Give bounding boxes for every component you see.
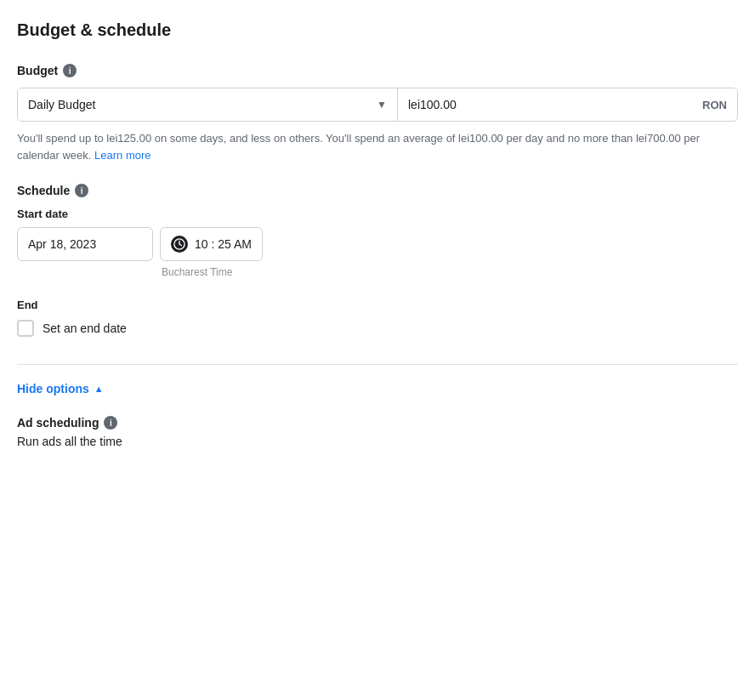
schedule-section-label: Schedule i (17, 184, 738, 197)
section-divider (17, 364, 738, 365)
ad-scheduling-section: Ad scheduling i Run ads all the time (17, 416, 738, 448)
start-time-input[interactable]: 10 : 25 AM (160, 227, 263, 261)
hide-options-button[interactable]: Hide options ▲ (17, 382, 104, 396)
ad-scheduling-label-text: Ad scheduling (17, 416, 99, 430)
currency-label: RON (702, 99, 727, 111)
end-section: End Set an end date (17, 299, 738, 337)
schedule-label-text: Schedule (17, 184, 70, 197)
ad-scheduling-info-icon[interactable]: i (104, 416, 117, 430)
budget-row: Daily Budget ▼ lei100.00 RON (17, 88, 738, 122)
start-date-value: Apr 18, 2023 (28, 237, 96, 251)
hide-options-label: Hide options (17, 382, 89, 396)
date-time-row: Apr 18, 2023 10 : 25 AM (17, 227, 738, 261)
start-date-input[interactable]: Apr 18, 2023 (17, 227, 153, 261)
budget-info-icon[interactable]: i (63, 64, 77, 77)
timezone-label: Bucharest Time (162, 266, 738, 278)
learn-more-link[interactable]: Learn more (94, 149, 150, 162)
clock-icon (171, 236, 188, 253)
dropdown-arrow-icon: ▼ (377, 99, 387, 111)
ad-scheduling-label: Ad scheduling i (17, 416, 738, 430)
budget-section-label: Budget i (17, 64, 738, 77)
schedule-section: Schedule i Start date Apr 18, 2023 10 : … (17, 184, 738, 278)
end-date-checkbox[interactable] (17, 320, 34, 337)
start-date-field-label: Start date (17, 208, 738, 220)
budget-dropdown-value: Daily Budget (28, 98, 95, 111)
start-time-value: 10 : 25 AM (195, 237, 252, 251)
schedule-info-icon[interactable]: i (75, 184, 88, 197)
budget-type-dropdown[interactable]: Daily Budget ▼ (18, 88, 398, 121)
end-label: End (17, 299, 738, 311)
end-date-row: Set an end date (17, 320, 738, 337)
end-date-text: Set an end date (43, 322, 127, 335)
budget-amount-wrapper: lei100.00 RON (398, 88, 737, 121)
budget-amount-value: lei100.00 (408, 98, 457, 111)
chevron-up-icon: ▲ (94, 384, 104, 394)
budget-label-text: Budget (17, 64, 58, 77)
svg-line-2 (179, 244, 182, 246)
budget-description: You'll spend up to lei125.00 on some day… (17, 130, 738, 163)
page-title: Budget & schedule (17, 20, 738, 40)
ad-scheduling-value: Run ads all the time (17, 435, 738, 448)
